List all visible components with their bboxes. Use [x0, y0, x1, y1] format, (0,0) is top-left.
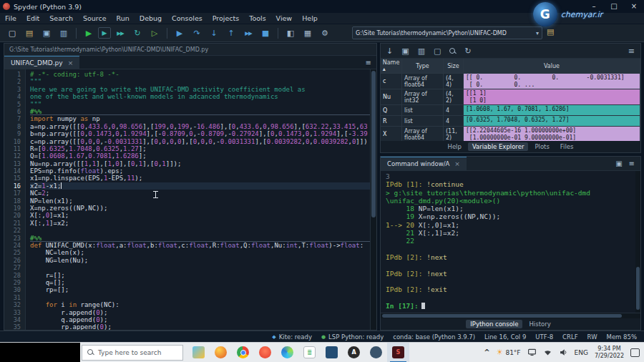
run-selection-button[interactable]: ▷	[147, 26, 162, 40]
hidden-icons-chevron[interactable]: ^	[484, 348, 489, 356]
menu-run[interactable]: Run	[112, 13, 135, 24]
taskbar-opera[interactable]	[254, 343, 276, 362]
console-output[interactable]: 3IPdb [1]: !continue> g:\site tutorias\t…	[381, 171, 640, 313]
menu-tools[interactable]: Tools	[244, 13, 270, 24]
step-out-button[interactable]: ↑	[223, 26, 239, 40]
save-all-button[interactable]: ▥	[56, 26, 72, 40]
taskbar-dark-app[interactable]	[365, 343, 387, 362]
step-into-button[interactable]: ↓	[206, 26, 222, 40]
weather-widget[interactable]: ☀ 81°F	[497, 348, 521, 357]
stop-debug-button[interactable]: ■	[258, 26, 273, 40]
variable-value[interactable]: [[2.22044605e-16 1.00000000e+00] [1.0000…	[464, 127, 640, 141]
console-vscrollbar-thumb[interactable]	[636, 267, 640, 310]
save-data-as-icon[interactable]: ▥	[418, 47, 425, 56]
save-data-icon[interactable]: ▣	[401, 47, 409, 56]
maximize-button[interactable]: □	[604, 0, 624, 13]
clock[interactable]: 9:34 PM 7/29/2022	[595, 346, 624, 360]
menu-file[interactable]: File	[0, 13, 21, 24]
browse-directory-button[interactable]: ▤	[547, 27, 554, 36]
language-indicator[interactable]: ENG	[575, 349, 588, 356]
menu-help[interactable]: Help	[297, 13, 323, 24]
menu-consoles[interactable]: Consoles	[167, 13, 208, 24]
new-file-button[interactable]: ▢	[4, 26, 20, 40]
editor-scrollbar[interactable]	[370, 69, 376, 330]
variable-row-c[interactable]: cArray of float64(4, 4)[[ 0. 0. 0. -0.00…	[381, 74, 640, 89]
console-tab[interactable]: Command window/A ×	[381, 157, 467, 171]
taskbar-weather-app[interactable]	[187, 343, 210, 362]
taskbar-blue-app[interactable]	[321, 343, 343, 362]
menu-projects[interactable]: Projects	[208, 13, 244, 24]
console-vscrollbar[interactable]	[635, 171, 640, 313]
remove-variable-icon[interactable]: ▢	[434, 47, 441, 56]
chevron-down-icon[interactable]: ▾	[536, 30, 539, 36]
menu-edit[interactable]: Edit	[21, 13, 44, 24]
editor-scrollbar-thumb[interactable]	[371, 71, 376, 217]
menu-debug[interactable]: Debug	[135, 13, 167, 24]
column-header-type[interactable]: Type	[402, 59, 444, 73]
run-cell-advance-button[interactable]: ▶▶	[112, 26, 128, 40]
search-icon[interactable]	[449, 48, 456, 54]
variable-row-X[interactable]: XArray of float64(11, 2)[[2.22044605e-16…	[381, 127, 640, 141]
variable-row-Nu[interactable]: NuArray of int32(4, 2)[[1 1] [1 0]	[381, 89, 640, 105]
panel-tab-files[interactable]: Files	[556, 142, 578, 151]
editor-tab[interactable]: UNIFAC_DMD.py ×	[4, 56, 79, 69]
code-editor[interactable]: 1234567891011121314151617181920212223242…	[4, 69, 376, 330]
layout-button[interactable]: ▦	[300, 26, 316, 40]
taskbar-spyder[interactable]: S	[387, 343, 409, 362]
continue-button[interactable]: ▶▶	[240, 26, 256, 40]
console-options-icon[interactable]: ≡	[629, 160, 635, 167]
code-line-23: #%%	[30, 235, 376, 242]
editor-options-icon[interactable]: ≡	[366, 59, 376, 67]
inspect-icon[interactable]: ▣	[615, 160, 622, 167]
code-area[interactable]: # -*- coding: utf-8 -*-"""Here we are go…	[26, 69, 376, 330]
line-number: 10	[4, 138, 21, 145]
panel-tab-ipython-console[interactable]: IPython console	[466, 320, 522, 328]
menu-view[interactable]: View	[271, 13, 298, 24]
save-button[interactable]: ▣	[39, 26, 54, 40]
monitor-icon[interactable]	[527, 348, 537, 357]
taskbar-firefox[interactable]	[210, 343, 232, 362]
maximize-pane-button[interactable]: ◧	[283, 26, 298, 40]
panel-tab-history[interactable]: History	[525, 320, 555, 328]
variable-row-Q[interactable]: Qlist4[1.0608, 1.67, 0.7081, 1.6286]	[381, 105, 640, 116]
panel-tab-help[interactable]: Help	[443, 142, 465, 151]
column-header-size[interactable]: Size	[444, 59, 464, 73]
preferences-button[interactable]: ⚙	[317, 26, 333, 40]
open-file-button[interactable]: ▤	[21, 26, 37, 40]
refresh-icon[interactable]: ↻	[464, 47, 471, 56]
variable-value[interactable]: [1.0608, 1.67, 0.7081, 1.6286]	[464, 105, 640, 115]
run-file-button[interactable]: ▶	[81, 26, 97, 40]
taskbar-anydesk[interactable]: A	[343, 343, 365, 362]
menu-search[interactable]: Search	[44, 13, 78, 24]
column-header-name[interactable]: Name ▴	[381, 59, 402, 73]
taskbar-search[interactable]: Type here to search	[82, 345, 183, 361]
menu-source[interactable]: Source	[78, 13, 112, 24]
run-cell-button[interactable]: ▶	[98, 27, 111, 39]
variable-row-R[interactable]: Rlist4[0.6325, 1.7048, 0.6325, 1.27]	[381, 116, 640, 127]
console-hscrollbar-thumb[interactable]	[382, 314, 622, 318]
taskbar-chrome[interactable]	[232, 343, 254, 362]
close-tab-icon[interactable]: ×	[454, 160, 460, 167]
notification-icon[interactable]	[630, 348, 640, 357]
panel-tab-variable-explorer[interactable]: Variable Explorer	[468, 142, 529, 151]
rerun-cell-button[interactable]: ↻	[130, 26, 145, 40]
working-directory-combo[interactable]: G:\Site Tutorias\thermodynamic\Python\UN…	[352, 26, 542, 39]
taskbar-edge[interactable]	[276, 343, 298, 362]
variable-value[interactable]: [[1 1] [1 0]	[464, 89, 640, 104]
memory-status: Mem 85%	[607, 333, 637, 341]
close-tab-icon[interactable]: ×	[68, 59, 74, 67]
variable-value[interactable]: [0.6325, 1.7048, 0.6325, 1.27]	[464, 116, 640, 126]
column-header-value[interactable]: Value	[464, 59, 640, 73]
step-button[interactable]: ↷	[189, 26, 205, 40]
speaker-icon[interactable]	[559, 348, 568, 357]
close-button[interactable]: ×	[624, 0, 644, 13]
taskbar-pdf-tool[interactable]: ≣	[298, 343, 321, 362]
line-number: 15	[4, 175, 21, 182]
import-data-icon[interactable]: ↓	[386, 47, 393, 56]
panel-tab-plots[interactable]: Plots	[530, 142, 553, 151]
debug-file-button[interactable]: ▶	[172, 26, 187, 40]
wifi-icon[interactable]	[543, 348, 552, 357]
console-hscrollbar[interactable]	[381, 313, 640, 318]
variable-value[interactable]: [[ 0. 0. 0. -0.0031331] [ 0. 0. ...	[464, 74, 640, 89]
variable-explorer-options-icon[interactable]: ≡	[628, 47, 635, 56]
